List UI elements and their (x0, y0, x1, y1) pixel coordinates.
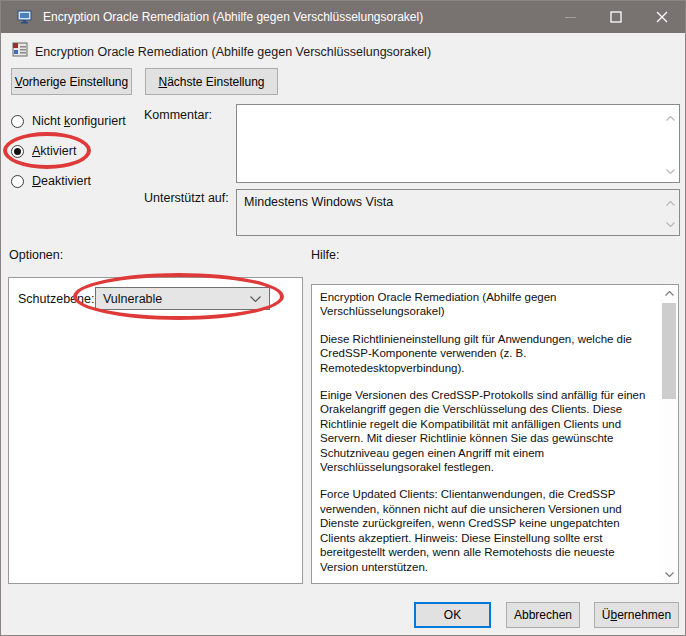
apply-label: Übernehmen (602, 608, 671, 622)
radio-circle (11, 175, 24, 188)
next-setting-label: Nächste Einstellung (158, 75, 264, 89)
supported-on-value: Mindestens Windows Vista (244, 195, 393, 209)
supported-on-label: Unterstützt auf: (144, 191, 229, 205)
protection-level-value: Vulnerable (103, 292, 250, 306)
maximize-icon (610, 11, 622, 23)
scroll-up-icon (666, 195, 675, 209)
maximize-button[interactable] (593, 1, 639, 33)
radio-not-configured[interactable]: Nicht konfiguriert (11, 111, 126, 131)
scroll-up-icon[interactable] (660, 285, 678, 302)
previous-setting-label: Vorherige Einstellung (15, 75, 128, 89)
next-setting-button[interactable]: Nächste Einstellung (145, 68, 278, 95)
protection-level-label: Schutzebene: (18, 292, 94, 306)
app-icon (17, 9, 33, 25)
radio-label: Nicht konfiguriert (32, 114, 126, 128)
radio-disabled[interactable]: Deaktiviert (11, 171, 91, 191)
options-section-label: Optionen: (9, 248, 63, 262)
help-section-label: Hilfe: (311, 248, 339, 262)
help-scrollbar[interactable] (660, 285, 678, 583)
options-panel: Schutzebene: Vulnerable (8, 277, 303, 584)
cancel-button[interactable]: Abbrechen (506, 602, 580, 628)
apply-button[interactable]: Übernehmen (594, 602, 679, 628)
radio-label: Aktiviert (32, 144, 76, 158)
setting-title: Encryption Oracle Remediation (Abhilfe g… (35, 45, 431, 59)
policy-setting-icon (12, 42, 28, 58)
policy-dialog-window: Encryption Oracle Remediation (Abhilfe g… (0, 0, 686, 636)
radio-circle-selected (11, 145, 24, 158)
help-paragraph: Einige Versionen des CredSSP-Protokolls … (320, 388, 654, 474)
window-title: Encryption Oracle Remediation (Abhilfe g… (43, 10, 547, 24)
radio-enabled[interactable]: Aktiviert (11, 141, 76, 161)
radio-label: Deaktiviert (32, 174, 91, 188)
minimize-button (547, 1, 593, 33)
scrollbar-thumb[interactable] (662, 303, 676, 399)
scroll-down-icon (666, 216, 675, 230)
previous-setting-button[interactable]: Vorherige Einstellung (11, 68, 132, 95)
help-paragraph: Diese Richtlinieneinstellung gilt für An… (320, 332, 654, 375)
radio-circle (11, 115, 24, 128)
comment-label: Kommentar: (144, 108, 212, 122)
close-button[interactable] (639, 1, 685, 33)
protection-level-dropdown[interactable]: Vulnerable (95, 287, 270, 310)
help-text: Encryption Oracle Remediation (Abhilfe g… (320, 290, 654, 580)
help-paragraph: Encryption Oracle Remediation (Abhilfe g… (320, 290, 654, 319)
scroll-up-icon[interactable] (666, 110, 675, 124)
close-icon (656, 11, 668, 23)
title-bar: Encryption Oracle Remediation (Abhilfe g… (1, 1, 685, 33)
help-paragraph: Force Updated Clients: Clientanwendungen… (320, 487, 654, 573)
scroll-down-icon[interactable] (660, 566, 678, 583)
ok-button[interactable]: OK (414, 602, 491, 628)
supported-on-box: Mindestens Windows Vista (236, 189, 680, 236)
chevron-down-icon (250, 296, 261, 302)
scroll-down-icon[interactable] (666, 163, 675, 177)
minimize-icon (565, 17, 576, 18)
comment-textarea[interactable] (236, 104, 680, 183)
window-controls (547, 1, 685, 33)
help-panel: Encryption Oracle Remediation (Abhilfe g… (311, 284, 679, 584)
